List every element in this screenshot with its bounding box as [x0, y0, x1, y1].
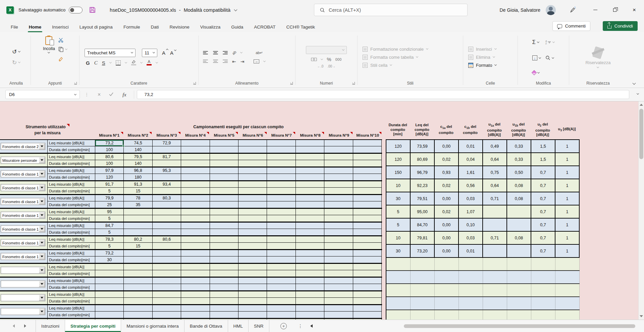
measure-cell[interactable] — [95, 291, 124, 298]
measure-cell[interactable] — [153, 270, 181, 277]
measure-cell[interactable] — [267, 291, 296, 298]
result-cell[interactable]: 5 — [386, 219, 411, 231]
measure-cell[interactable] — [324, 278, 353, 284]
measure-cell[interactable] — [353, 174, 382, 180]
decrease-font-button[interactable]: A — [170, 50, 173, 56]
formula-input[interactable]: 73,2 — [137, 90, 629, 99]
measure-cell[interactable] — [210, 201, 238, 208]
measure-cell[interactable] — [324, 174, 353, 180]
instrument-dropdown[interactable]: Misuratore personale — [1, 157, 45, 164]
align-center-button[interactable] — [213, 60, 218, 63]
measure-cell[interactable] — [181, 154, 210, 160]
measure-cell[interactable] — [210, 270, 238, 277]
measure-cell[interactable] — [353, 168, 382, 174]
measure-cell[interactable] — [181, 264, 210, 270]
leq-row-label[interactable]: Leq misurato [dB(A)] — [48, 195, 95, 201]
leq-row-label[interactable]: Leq misurato [dB(A)] — [48, 140, 95, 146]
measure-column-header[interactable]: Misura N°7 — [267, 132, 296, 139]
leq-row-label[interactable]: Leq misurato [dB(A)] — [48, 154, 95, 160]
measure-cell[interactable] — [296, 270, 324, 277]
result-cell[interactable]: 1 — [555, 232, 580, 244]
result-cell[interactable] — [386, 271, 411, 283]
result-cell[interactable]: 0,75 — [483, 166, 507, 179]
measure-cell[interactable] — [181, 215, 210, 222]
measure-cell[interactable] — [238, 223, 267, 229]
format-button[interactable]: Formato — [468, 63, 496, 68]
measure-cell[interactable] — [267, 154, 296, 160]
result-cell[interactable]: 0,33 — [507, 153, 531, 165]
result-cell[interactable]: 0,02 — [435, 153, 459, 165]
result-column-header[interactable]: c1a del compito — [434, 120, 458, 139]
result-cell[interactable]: 96,79 — [411, 166, 435, 179]
measure-cell[interactable]: 5 — [95, 229, 124, 235]
measure-cell[interactable] — [124, 264, 152, 270]
measure-cell[interactable] — [153, 298, 181, 304]
ribbon-tab-layout-di-pagina[interactable]: Layout di pagina — [75, 22, 117, 32]
measure-cell[interactable] — [296, 312, 324, 318]
sheet-tab-snr[interactable]: SNR — [249, 320, 269, 332]
ribbon-tab-dati[interactable]: Dati — [146, 22, 163, 32]
measure-cell[interactable] — [267, 201, 296, 208]
measure-cell[interactable] — [296, 250, 324, 256]
measure-cell[interactable] — [181, 160, 210, 167]
instrument-dropdown[interactable]: Fonometro di classe 1 — [1, 212, 45, 219]
measure-cell[interactable]: 5 — [95, 243, 124, 249]
result-cell[interactable]: 0,71 — [483, 232, 507, 244]
measure-cell[interactable] — [324, 181, 353, 188]
measure-cell[interactable] — [124, 278, 152, 284]
leq-row-label[interactable]: Leq misurato [dB(A)] — [48, 223, 95, 229]
measure-cell[interactable] — [153, 264, 181, 270]
measure-cell[interactable] — [181, 291, 210, 298]
measure-cell[interactable] — [353, 298, 382, 304]
font-color-button[interactable]: A — [147, 60, 152, 65]
measure-column-header[interactable]: Misura N°6 — [238, 132, 267, 139]
result-cell[interactable]: 0,93 — [435, 166, 459, 179]
scroll-down-icon[interactable] — [640, 315, 643, 317]
result-cell[interactable]: 73,59 — [411, 140, 435, 152]
measure-cell[interactable] — [153, 215, 181, 222]
measure-cell[interactable]: 15 — [124, 188, 152, 194]
durata-row-label[interactable]: Durata del compito[min] — [48, 146, 95, 153]
measure-cell[interactable] — [324, 284, 353, 290]
measure-cell[interactable] — [181, 174, 210, 180]
result-cell[interactable]: 0,01 — [459, 140, 483, 152]
measure-cell[interactable] — [181, 195, 210, 201]
result-cell[interactable] — [483, 205, 507, 218]
result-cell[interactable]: 10 — [386, 232, 411, 244]
measure-cell[interactable] — [353, 146, 382, 153]
instrument-dropdown[interactable]: Fonometro di classe 1 — [1, 171, 45, 178]
result-cell[interactable] — [386, 284, 411, 296]
measure-cell[interactable] — [124, 229, 152, 235]
measure-cell[interactable] — [181, 312, 210, 318]
measure-cell[interactable] — [210, 174, 238, 180]
copy-button[interactable] — [58, 46, 67, 53]
measure-cell[interactable] — [324, 264, 353, 270]
measure-cell[interactable] — [267, 168, 296, 174]
insert-cells-button[interactable]: Inserisci — [468, 47, 496, 52]
measure-cell[interactable] — [238, 160, 267, 167]
measure-cell[interactable] — [353, 256, 382, 263]
measure-cell[interactable] — [353, 243, 382, 249]
measure-cell[interactable] — [296, 243, 324, 249]
measure-cell[interactable] — [238, 250, 267, 256]
search-box[interactable]: Cerca (ALT+X) — [314, 4, 468, 16]
leq-row-label[interactable]: Leq misurato [dB(A)] — [48, 305, 95, 312]
scroll-up-icon[interactable] — [640, 104, 643, 106]
dropdown-arrow-icon[interactable] — [39, 199, 45, 204]
measure-cell[interactable] — [210, 154, 238, 160]
durata-row-label[interactable]: Durata del compito[min] — [48, 270, 95, 277]
comments-button[interactable]: Commenti — [552, 21, 590, 31]
dropdown-arrow-icon[interactable] — [39, 295, 45, 301]
measure-cell[interactable] — [210, 188, 238, 194]
measure-cell[interactable]: 80,3 — [153, 195, 181, 201]
measure-cell[interactable] — [267, 195, 296, 201]
sheet-nav-left-icon[interactable] — [13, 324, 15, 328]
result-cell[interactable] — [483, 284, 507, 296]
result-cell[interactable]: 0,7 — [531, 232, 555, 244]
measure-cell[interactable] — [353, 188, 382, 194]
result-column-header[interactable]: Leq del compito [dB(A)] — [410, 120, 434, 139]
measure-cell[interactable] — [324, 250, 353, 256]
dropdown-arrow-icon[interactable] — [39, 254, 45, 259]
measure-cell[interactable] — [124, 256, 152, 263]
measure-cell[interactable] — [296, 305, 324, 312]
